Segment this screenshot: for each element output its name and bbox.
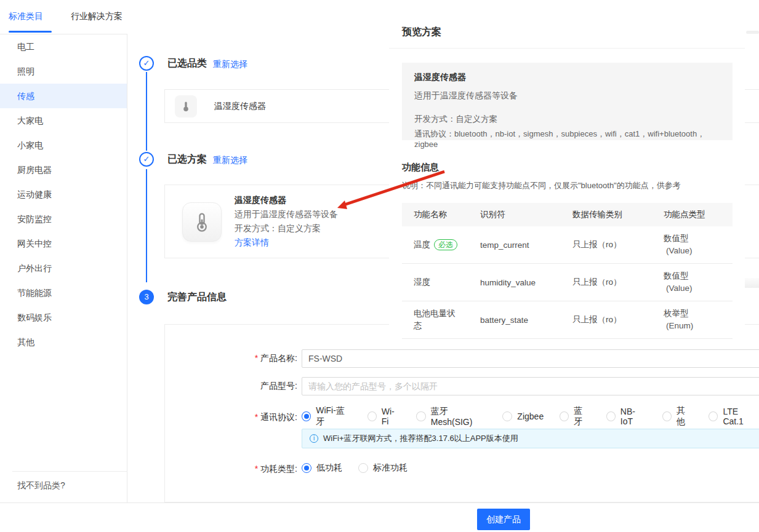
- radio-label: NB-IoT: [620, 407, 646, 426]
- summary-desc: 适用于温湿度传感器等设备: [414, 90, 720, 101]
- radio-icon: [302, 411, 311, 421]
- preview-panel-divider: [389, 48, 745, 49]
- product-name-label: *产品名称:: [220, 353, 297, 364]
- preview-panel-title: 预览方案: [402, 26, 441, 39]
- tab-industry-solutions[interactable]: 行业解决方案: [71, 11, 122, 22]
- dp-name: 温度: [414, 239, 430, 251]
- radio-icon: [358, 463, 368, 473]
- step2-title: 已选方案: [167, 153, 207, 166]
- radio-icon: [416, 411, 425, 421]
- selected-category-name: 温湿度传感器: [214, 101, 266, 112]
- sidebar-item-5[interactable]: 厨房电器: [0, 157, 127, 182]
- dp-transfer-cell: 只上报（ro）: [572, 314, 664, 325]
- dp-type-cell: 枚举型(Enum): [664, 308, 733, 332]
- datapoint-table: 功能名称识别符数据传输类别功能点类型 温度必选temp_current只上报（r…: [402, 203, 733, 339]
- table-header-cell: 功能名称: [402, 209, 480, 220]
- product-name-input[interactable]: [302, 349, 759, 368]
- radio-protocol-3[interactable]: Zigbee: [502, 411, 544, 421]
- datapoint-table-body: 温度必选temp_current只上报（ro）数值型(Value)湿度humid…: [402, 226, 733, 339]
- summary-protocols: 通讯协议：bluetooth，nb-iot，sigmesh，subpieces，…: [414, 129, 720, 149]
- footer-divider: [0, 502, 759, 503]
- table-row: 温度必选temp_current只上报（ro）数值型(Value): [402, 226, 733, 264]
- dp-name-cell: 温度必选: [402, 239, 480, 251]
- app-root: 标准类目 行业解决方案 电工照明传感大家电小家电厨房电器运动健康安防监控网关中控…: [0, 0, 759, 532]
- radio-label: Zigbee: [517, 411, 544, 421]
- sidebar-item-12[interactable]: 其他: [0, 330, 127, 354]
- radio-protocol-0[interactable]: WiFi-蓝牙: [302, 405, 351, 427]
- protocol-radio-group: WiFi-蓝牙Wi-Fi蓝牙Mesh(SIG)Zigbee蓝牙NB-IoT其他L…: [302, 410, 759, 423]
- dp-name-cell: 湿度: [402, 276, 480, 288]
- required-mark: *: [255, 412, 258, 422]
- dp-transfer-cell: 只上报（ro）: [572, 277, 664, 288]
- sidebar-item-9[interactable]: 户外出行: [0, 256, 127, 280]
- radio-icon: [302, 463, 311, 473]
- required-mark: *: [255, 464, 258, 474]
- radio-icon: [606, 411, 616, 421]
- step3-number-badge: 3: [139, 290, 154, 304]
- table-row: 电池电量状态battery_state只上报（ro）枚举型(Enum): [402, 301, 733, 339]
- sidebar-item-7[interactable]: 安防监控: [0, 207, 127, 231]
- radio-protocol-7[interactable]: LTE Cat.1: [709, 407, 759, 426]
- step1-reselect-link[interactable]: 重新选择: [213, 59, 247, 70]
- solution-detail-link[interactable]: 方案详情: [235, 236, 338, 250]
- step2-reselect-link[interactable]: 重新选择: [213, 155, 247, 166]
- radio-icon: [560, 411, 569, 421]
- radio-protocol-4[interactable]: 蓝牙: [560, 405, 590, 427]
- sidebar-item-1[interactable]: 照明: [0, 59, 127, 84]
- category-sidebar: 电工照明传感大家电小家电厨房电器运动健康安防监控网关中控户外出行节能能源数码娱乐…: [0, 34, 127, 503]
- solution-dev-mode: 开发方式：自定义方案: [235, 221, 338, 236]
- radio-protocol-2[interactable]: 蓝牙Mesh(SIG): [416, 406, 486, 427]
- table-header-cell: 数据传输类别: [572, 209, 664, 220]
- product-model-input[interactable]: [302, 377, 759, 395]
- sidebar-item-3[interactable]: 大家电: [0, 108, 127, 133]
- radio-protocol-6[interactable]: 其他: [662, 405, 693, 427]
- dp-name: 电池电量状态: [414, 308, 462, 332]
- protocol-hint-box: i WiFi+蓝牙联网方式，推荐搭配3.17.6以上APP版本使用: [302, 429, 759, 448]
- step3-title: 完善产品信息: [167, 291, 227, 304]
- radio-power-0[interactable]: 低功耗: [302, 463, 342, 474]
- radio-label: 标准功耗: [373, 463, 408, 474]
- summary-name: 温湿度传感器: [414, 72, 720, 83]
- radio-icon: [662, 411, 672, 421]
- radio-icon: [502, 411, 512, 421]
- step-connector-1: [146, 72, 147, 151]
- radio-icon: [709, 411, 718, 421]
- datapoint-table-header: 功能名称识别符数据传输类别功能点类型: [402, 203, 733, 226]
- solution-desc: 适用于温湿度传感器等设备: [235, 207, 338, 221]
- dp-name: 湿度: [414, 276, 430, 288]
- dp-type-cell: 数值型(Value): [664, 232, 733, 257]
- dp-identifier-cell: battery_state: [480, 316, 572, 325]
- thermometer-icon-large: [182, 202, 222, 242]
- radio-protocol-1[interactable]: Wi-Fi: [367, 407, 401, 426]
- sidebar-item-4[interactable]: 小家电: [0, 133, 127, 157]
- sidebar-item-6[interactable]: 运动健康: [0, 182, 127, 207]
- table-header-cell: 功能点类型: [664, 209, 733, 220]
- function-info-title: 功能信息: [402, 162, 439, 173]
- sidebar-item-10[interactable]: 节能能源: [0, 280, 127, 305]
- product-model-label: 产品型号:: [220, 381, 297, 392]
- radio-power-1[interactable]: 标准功耗: [358, 463, 408, 474]
- power-radio-group: 低功耗标准功耗: [302, 461, 408, 475]
- solution-summary-box: 温湿度传感器 适用于温湿度传感器等设备 开发方式：自定义方案 通讯协议：blue…: [402, 63, 733, 140]
- radio-icon: [367, 411, 377, 421]
- protocol-label: *通讯协议:: [220, 412, 297, 423]
- radio-label: WiFi-蓝牙: [316, 405, 351, 427]
- create-product-button[interactable]: 创建产品: [477, 509, 530, 530]
- radio-label: 其他: [677, 405, 693, 427]
- sidebar-item-2[interactable]: 传感: [0, 84, 127, 108]
- radio-protocol-5[interactable]: NB-IoT: [606, 407, 646, 426]
- sidebar-item-0[interactable]: 电工: [0, 34, 127, 59]
- step2-check-icon: [139, 152, 154, 167]
- tab-standard-category[interactable]: 标准类目: [9, 11, 43, 22]
- active-tab-underline: [9, 31, 52, 33]
- preview-panel: 预览方案 温湿度传感器 适用于温湿度传感器等设备 开发方式：自定义方案 通讯协议…: [389, 18, 745, 343]
- info-icon: i: [310, 434, 318, 443]
- step1-title: 已选品类: [167, 57, 207, 70]
- sidebar-item-11[interactable]: 数码娱乐: [0, 305, 127, 330]
- summary-dev-mode: 开发方式：自定义方案: [414, 114, 720, 125]
- cant-find-category-link[interactable]: 找不到品类?: [12, 471, 127, 491]
- protocol-hint-text: WiFi+蓝牙联网方式，推荐搭配3.17.6以上APP版本使用: [323, 433, 518, 444]
- sidebar-item-8[interactable]: 网关中控: [0, 231, 127, 256]
- radio-label: 低功耗: [316, 463, 342, 474]
- dp-name-cell: 电池电量状态: [402, 308, 480, 332]
